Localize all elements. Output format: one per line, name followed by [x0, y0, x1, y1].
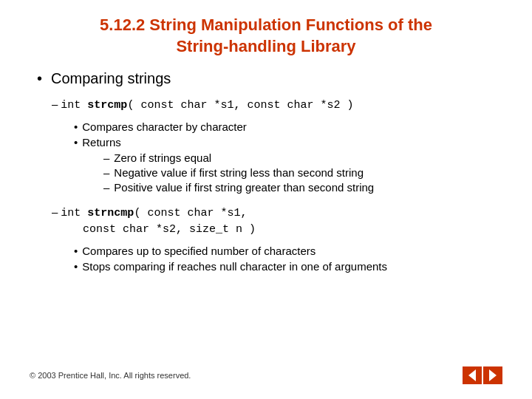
nested-dash-3: – [103, 181, 109, 194]
footer: © 2003 Prentice Hall, Inc. All rights re… [30, 361, 502, 384]
copyright-text: © 2003 Prentice Hall, Inc. All rights re… [30, 371, 191, 380]
strncmp-bullets: • Compares up to specified number of cha… [74, 245, 502, 273]
nav-buttons [463, 366, 502, 384]
strcmp-nested-list: – Zero if strings equal – Negative value… [103, 151, 502, 194]
dash-2: – [52, 205, 58, 218]
next-arrow-icon [489, 369, 497, 381]
title-line1: 5.12.2 String Manipulation Functions of … [100, 16, 432, 34]
strncmp-bullet-1-text: Compares up to specified number of chara… [82, 245, 316, 257]
dot-cbc: • [74, 120, 78, 133]
strncmp-sig-text2: const char *s2, size_t n ) [83, 223, 256, 236]
strcmp-signature: –int strcmp( const char *s1, const char … [52, 96, 502, 115]
section-label: Comparing strings [51, 70, 171, 87]
prev-arrow-icon [468, 369, 476, 381]
nested-text-3: Positive value if first string greater t… [114, 181, 374, 194]
strncmp-sig-line1: –int strncmp( const char *s1, [52, 204, 502, 222]
strncmp-bullet-1: • Compares up to specified number of cha… [74, 245, 502, 257]
strncmp-block: –int strncmp( const char *s1, const char… [52, 204, 502, 273]
nested-dash-2: – [103, 166, 109, 179]
strncmp-bullet-2-text: Stops comparing if reaches null characte… [82, 260, 387, 273]
section-comparing-strings: • Comparing strings [37, 70, 502, 87]
slide: 5.12.2 String Manipulation Functions of … [0, 0, 532, 399]
strcmp-bullet-1: • Compares character by character [74, 120, 502, 133]
next-button[interactable] [483, 366, 502, 384]
dot-strncmp-1: • [74, 245, 78, 257]
bullet-dot-1: • [37, 70, 42, 87]
dot-returns: • [74, 136, 78, 149]
dot-strncmp-2: • [74, 260, 78, 273]
nested-item-1: – Zero if strings equal [103, 151, 502, 164]
nested-item-3: – Positive value if first string greater… [103, 181, 502, 194]
slide-title: 5.12.2 String Manipulation Functions of … [30, 15, 502, 57]
strcmp-bullets: • Compares character by character • Retu… [74, 120, 502, 194]
strcmp-bullet-1-text: Compares character by character [82, 120, 247, 133]
nested-dash-1: – [103, 151, 109, 164]
content-area: • Comparing strings –int strcmp( const c… [30, 70, 502, 361]
strcmp-block: –int strcmp( const char *s1, const char … [52, 96, 502, 194]
prev-button[interactable] [463, 366, 482, 384]
strncmp-sig-line2: const char *s2, size_t n ) [83, 222, 502, 239]
strcmp-bullet-2-text: Returns [82, 136, 121, 149]
nested-text-1: Zero if strings equal [114, 151, 211, 164]
strncmp-signature: –int strncmp( const char *s1, const char… [52, 204, 502, 239]
dash-1: – [52, 98, 58, 110]
strcmp-bullet-2: • Returns [74, 136, 502, 149]
nested-text-2: Negative value if first string less than… [114, 166, 364, 179]
strncmp-bullet-2: • Stops comparing if reaches null charac… [74, 260, 502, 273]
nested-item-2: – Negative value if first string less th… [103, 166, 502, 179]
strncmp-sig-text1: int strncmp( const char *s1, [61, 207, 247, 219]
title-line2: String-handling Library [176, 37, 355, 55]
strcmp-sig-text: int strcmp( const char *s1, const char *… [61, 99, 353, 112]
